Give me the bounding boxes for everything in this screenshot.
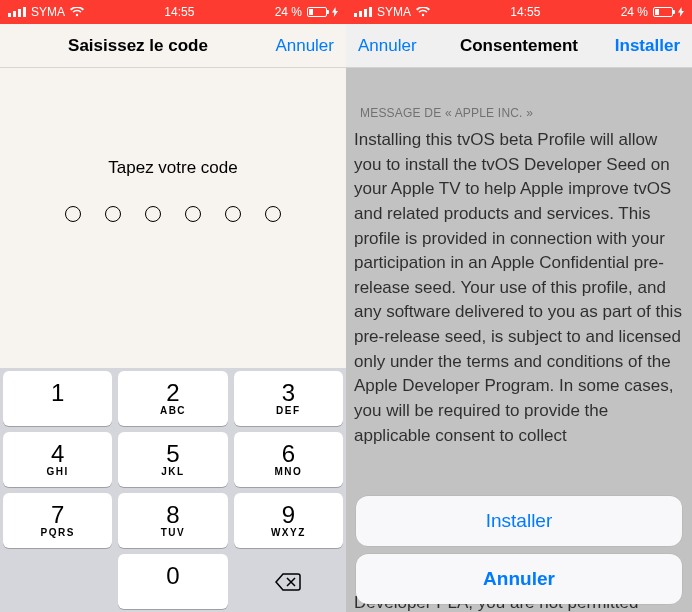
consent-body: MESSAGE DE « APPLE INC. » Installing thi… [346,68,692,612]
delete-key[interactable] [234,554,343,609]
key-6[interactable]: 6MNO [234,432,343,487]
key-1[interactable]: 1 [3,371,112,426]
clock: 14:55 [510,5,540,19]
key-2[interactable]: 2ABC [118,371,227,426]
key-7[interactable]: 7PQRS [3,493,112,548]
key-3[interactable]: 3DEF [234,371,343,426]
status-bar: SYMA 14:55 24 % [0,0,346,24]
key-4[interactable]: 4GHI [3,432,112,487]
passcode-dot [65,206,81,222]
key-0[interactable]: 0 [118,554,227,609]
cancel-button[interactable]: Annuler [264,36,334,56]
sheet-cancel-button[interactable]: Annuler [356,554,682,604]
status-bar: SYMA 14:55 24 % [346,0,692,24]
nav-bar: Saisissez le code Annuler [0,24,346,68]
passcode-prompt: Tapez votre code [0,158,346,178]
nav-title: Saisissez le code [12,36,264,56]
charging-icon [678,7,684,17]
key-9[interactable]: 9WXYZ [234,493,343,548]
passcode-dot [185,206,201,222]
passcode-dots [0,206,346,222]
number-keypad: 1 2ABC 3DEF 4GHI 5JKL 6MNO 7PQRS 8TUV 9W… [0,368,346,612]
clock: 14:55 [164,5,194,19]
passcode-area: Tapez votre code [0,68,346,222]
battery-icon [653,7,673,17]
nav-title: Consentement [428,36,610,56]
battery-icon [307,7,327,17]
passcode-dot [225,206,241,222]
battery-pct: 24 % [275,5,302,19]
install-button[interactable]: Installer [610,36,680,56]
charging-icon [332,7,338,17]
battery-pct: 24 % [621,5,648,19]
key-5[interactable]: 5JKL [118,432,227,487]
carrier-label: SYMA [31,5,65,19]
wifi-icon [416,7,430,17]
passcode-dot [265,206,281,222]
signal-icon [8,7,26,17]
key-blank [3,554,112,609]
cancel-button[interactable]: Annuler [358,36,428,56]
backspace-icon [274,572,302,592]
wifi-icon [70,7,84,17]
key-8[interactable]: 8TUV [118,493,227,548]
passcode-dot [145,206,161,222]
passcode-dot [105,206,121,222]
nav-bar: Annuler Consentement Installer [346,24,692,68]
sheet-install-button[interactable]: Installer [356,496,682,546]
passcode-screen: SYMA 14:55 24 % Saisissez le code Annule… [0,0,346,612]
carrier-label: SYMA [377,5,411,19]
action-sheet: Installer Annuler [356,488,682,604]
signal-icon [354,7,372,17]
consent-screen: SYMA 14:55 24 % Annuler Consentement Ins… [346,0,692,612]
